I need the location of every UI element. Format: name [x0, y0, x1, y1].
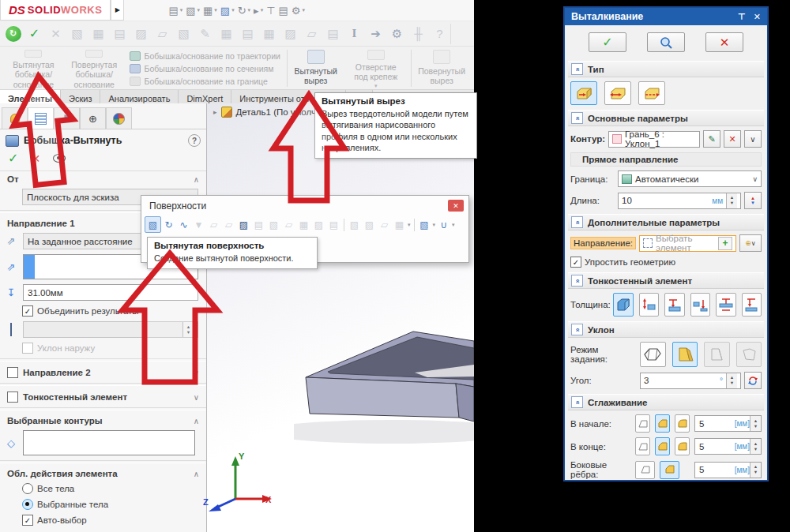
toolbar-icon-6[interactable]: ▤: [109, 24, 130, 44]
ribbon-lofted-boss-button[interactable]: Бобышка/основание по сечениям: [130, 64, 280, 73]
all-bodies-radio[interactable]: [22, 483, 33, 494]
thin-feature-checkbox[interactable]: [7, 392, 18, 403]
ribbon-extruded-boss-button[interactable]: Вытянутая бобышка/основание: [3, 47, 64, 89]
direction-picker-field[interactable]: Выбрать элемент +: [639, 235, 736, 252]
save-as-button[interactable]: ▦: [216, 24, 237, 44]
print-button[interactable]: ▨▾: [220, 5, 235, 17]
cancel-button[interactable]: ✕: [31, 152, 40, 165]
beam-button[interactable]: I: [344, 24, 365, 44]
cancel-button[interactable]: ✕: [705, 32, 743, 52]
length-spinner[interactable]: ▲ ▼: [726, 193, 737, 208]
contour-dropdown-button[interactable]: ∨: [744, 130, 762, 148]
revolved-surface-button[interactable]: ↻: [161, 217, 176, 232]
tab-property-manager[interactable]: [28, 107, 54, 129]
smoothing-end-input[interactable]: 5 [мм] ▲▼: [694, 438, 762, 455]
smoothing-side-input[interactable]: 5 [мм] ▲▼: [694, 462, 762, 478]
draft-mode-angle-button[interactable]: [672, 342, 698, 367]
selected-bodies-radio[interactable]: [22, 499, 33, 510]
draft-mode-none-button[interactable]: [640, 342, 666, 367]
ribbon-extruded-cut-button[interactable]: Вытянутый вырез: [289, 47, 343, 89]
direction2-checkbox[interactable]: [7, 367, 18, 378]
auto-select-checkbox[interactable]: [22, 515, 33, 526]
section-direction2[interactable]: Направление 2 ∨: [0, 364, 206, 380]
section-extra-parameters[interactable]: » Дополнительные параметры: [568, 214, 764, 230]
section-thin-feature[interactable]: Тонкостенный элемент ∨: [0, 388, 206, 405]
dropdown-icon[interactable]: ▾: [452, 222, 455, 228]
section-selected-contours[interactable]: Выбранные контуры ∧: [0, 413, 206, 428]
untrim-surface-button[interactable]: ▨: [362, 217, 377, 232]
close-icon[interactable]: ✕: [754, 12, 761, 22]
reverse-direction-icon[interactable]: ⇗: [3, 235, 19, 247]
smoothing-start-input[interactable]: 5 [мм] ▲▼: [694, 415, 762, 432]
smooth-chamfer-button[interactable]: [655, 437, 670, 455]
close-button[interactable]: ✕: [448, 200, 464, 212]
spinner[interactable]: ▲▼: [750, 463, 761, 478]
zoom-button[interactable]: ▱: [301, 24, 322, 44]
regenerate-button[interactable]: ↻: [2, 24, 24, 44]
both-directions-button[interactable]: ▲ ▼: [744, 192, 762, 209]
contour-field[interactable]: Грань_6 : Уклон_1: [608, 131, 700, 148]
model-3d-tray[interactable]: [294, 316, 474, 450]
filled-surface-button[interactable]: ▱: [221, 217, 236, 232]
boundary-surface-button[interactable]: ▱: [206, 217, 221, 232]
scope-selected-bodies-row[interactable]: Выбранные тела: [22, 499, 198, 510]
save-doc-button[interactable]: ▦: [88, 24, 109, 44]
undo-button[interactable]: ↻▾: [238, 5, 250, 17]
thickness-inward-button[interactable]: [639, 293, 660, 317]
draft-mode-disabled-2-button[interactable]: [736, 342, 762, 367]
spinner[interactable]: ▲▼: [750, 416, 761, 431]
select-button[interactable]: ▸▾: [254, 5, 263, 17]
help-icon[interactable]: ?: [188, 134, 201, 147]
angle-spinner[interactable]: ▲ ▼: [726, 373, 737, 388]
draft-icon[interactable]: [3, 324, 19, 335]
scope-autoselect-row[interactable]: Авто-выбор: [22, 515, 198, 526]
swept-surface-button[interactable]: ∿: [176, 217, 191, 232]
pin-icon[interactable]: ⊤: [738, 12, 746, 22]
smooth-fillet-button[interactable]: [675, 414, 690, 433]
tab-appearances[interactable]: [106, 107, 132, 129]
ruled-surface-button[interactable]: ▧: [266, 217, 281, 232]
thickness-solid-button[interactable]: [613, 293, 634, 317]
help-button[interactable]: ?: [429, 24, 451, 44]
section-smoothing[interactable]: » Сглаживание: [568, 394, 764, 410]
dropdown-icon[interactable]: ▾: [433, 222, 436, 228]
contours-selection-box[interactable]: [23, 430, 195, 455]
import-button[interactable]: ➔: [365, 24, 386, 44]
planar-surface-button[interactable]: ▨: [236, 217, 251, 232]
depth-input[interactable]: 31.00мм: [23, 284, 198, 301]
ribbon-revolved-boss-button[interactable]: Повернутая бобышка/основание: [64, 47, 125, 89]
section-feature-scope[interactable]: Обл. действия элемента ∧: [0, 466, 206, 481]
tab-dimxpert-manager[interactable]: ⊕: [80, 107, 106, 129]
type-blind-button[interactable]: [570, 81, 597, 105]
thickness-two-side-button[interactable]: [716, 293, 736, 317]
simplify-checkbox[interactable]: [570, 257, 581, 268]
section-draft[interactable]: » Уклон: [568, 321, 764, 338]
boundary-combobox[interactable]: Автоматически ∨: [618, 170, 762, 187]
add-direction-button[interactable]: +: [718, 237, 732, 250]
merge-result-row[interactable]: Объединить результаты: [22, 305, 198, 317]
toolbar-icon-8[interactable]: ▱: [152, 24, 173, 44]
extruded-surface-button[interactable]: ▧: [145, 216, 161, 233]
section-main-parameters[interactable]: » Основные параметры: [568, 110, 764, 126]
section-thin-wall[interactable]: » Тонкостенный элемент: [568, 272, 764, 289]
collapse-icon[interactable]: »: [571, 112, 583, 124]
thickness-midplane-button[interactable]: [690, 293, 711, 317]
tab-feature-tree[interactable]: [2, 107, 28, 129]
properties-button[interactable]: ▤: [278, 5, 288, 17]
dropdown-icon[interactable]: ▾: [408, 222, 411, 228]
clear-contour-button[interactable]: ✕: [724, 130, 741, 148]
approve-button[interactable]: ✓: [24, 24, 45, 44]
options-button[interactable]: ⚙▾: [292, 5, 305, 17]
curve-button[interactable]: ∪: [436, 217, 451, 232]
draft-angle-input[interactable]: ▲ ▼: [23, 321, 198, 338]
save-button[interactable]: ▦▾: [203, 5, 217, 17]
knit-surface-button[interactable]: ▱: [377, 217, 392, 232]
ribbon-hole-wizard-button[interactable]: Отверстие под крепеж ▾: [343, 47, 409, 89]
edit-contour-button[interactable]: ✎: [703, 130, 720, 148]
smooth-chamfer-button[interactable]: [655, 414, 670, 433]
trim-surface-button[interactable]: ▧: [347, 217, 362, 232]
offset-surface-button[interactable]: ▤: [251, 217, 266, 232]
sliders-button[interactable]: ╫: [408, 24, 429, 44]
collapse-icon[interactable]: »: [571, 396, 583, 408]
spinner[interactable]: ▲▼: [750, 439, 761, 454]
